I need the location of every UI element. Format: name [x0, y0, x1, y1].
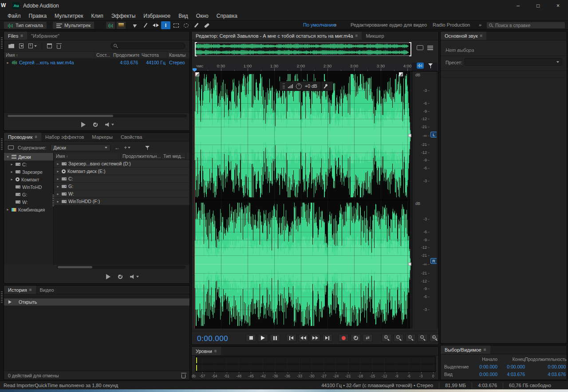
expand-arrow-icon[interactable]: ▸ [6, 61, 10, 65]
workspace-radio-production[interactable]: Radio Production [433, 22, 470, 27]
panel-menu-icon[interactable]: ≡ [35, 134, 37, 139]
tree-item-6[interactable]: G: [4, 191, 53, 198]
files-column-header[interactable]: Имя ↑ [4, 52, 95, 58]
time-selection-tool[interactable]: I [161, 21, 170, 29]
expand-arrow-icon[interactable]: ▸ [56, 169, 60, 173]
marquee-selection-tool[interactable] [171, 21, 181, 29]
volume-knob-icon[interactable] [296, 83, 302, 89]
tree-arrow-icon[interactable]: ▸ [6, 208, 10, 212]
trash-icon[interactable] [181, 374, 185, 378]
expand-arrow-icon[interactable]: ▸ [56, 192, 60, 196]
expand-arrow-icon[interactable]: ▸ [56, 184, 60, 188]
play-button[interactable] [258, 334, 268, 342]
tab-editor[interactable]: Редактор: Сергей Завьялов - А мне с тобо… [192, 31, 362, 40]
import-file-icon[interactable] [19, 43, 24, 48]
browser-column-header[interactable]: Тип мед... [162, 153, 186, 160]
stop-button[interactable] [246, 334, 256, 342]
tree-arrow-icon[interactable]: ▸ [10, 177, 14, 181]
tree-item-8[interactable]: ▸Комбинация [4, 206, 53, 213]
browser-tab-3[interactable]: Маркеры [88, 133, 117, 141]
auto-play-button[interactable] [130, 274, 139, 279]
browser-list-item-5[interactable]: ▸W: [54, 190, 189, 198]
tab-essential-sound[interactable]: Основной звук ≡ [441, 31, 486, 40]
tab-levels[interactable]: Уровни ≡ [192, 347, 221, 355]
save-icon[interactable] [47, 43, 52, 48]
workspace-audio-for-video[interactable]: Редактирование аудио для видео [351, 22, 427, 27]
tab-favorites[interactable]: "Избранное" [27, 31, 63, 40]
left-channel-badge[interactable]: L [430, 132, 437, 137]
history-tab-1[interactable]: История≡ [4, 286, 36, 294]
zoom-in-time-button[interactable]: + [382, 334, 392, 342]
zoom-in-amplitude-button[interactable]: + [406, 334, 416, 342]
back-button[interactable]: ← [114, 145, 120, 151]
panel-options-icon[interactable] [427, 45, 433, 50]
tab-files[interactable]: Files ≡ [4, 31, 27, 40]
selection-value[interactable]: 0:00.000 [470, 364, 497, 369]
razor-tool[interactable] [141, 21, 150, 29]
menu-item-4[interactable]: Клип [87, 13, 107, 19]
close-button[interactable]: × [548, 0, 568, 12]
tree-arrow-icon[interactable]: ▸ [10, 170, 14, 174]
scrollbar-thumb[interactable] [58, 266, 92, 268]
waveform-display[interactable] [194, 71, 412, 329]
browser-tab-1[interactable]: Проводник≡ [4, 133, 41, 141]
scrollbar-thumb[interactable] [8, 115, 113, 117]
panel-menu-icon[interactable]: ≡ [20, 33, 23, 38]
browser-list-item-4[interactable]: ▸G: [54, 183, 189, 190]
browser-list-item-1[interactable]: ▸Зарезер...вано системой (D:) [54, 160, 189, 168]
loop-preview-icon[interactable] [93, 122, 98, 127]
zoom-out-time-button[interactable]: − [394, 334, 404, 342]
content-dropdown[interactable]: Диски [50, 144, 110, 151]
maximize-button[interactable]: □ [528, 0, 548, 12]
files-search-box[interactable] [110, 43, 185, 49]
panel-menu-icon[interactable]: ≡ [480, 33, 482, 38]
skip-to-end-button[interactable] [322, 334, 332, 342]
volume-hud[interactable]: +0 dB [279, 81, 333, 91]
gain-handle-left-channel[interactable] [408, 134, 411, 137]
expand-arrow-icon[interactable]: ▸ [56, 162, 60, 166]
show-spectral-toggle[interactable] [116, 21, 126, 29]
editor-vertical-scrollbar[interactable] [437, 71, 438, 329]
waveform-view-button[interactable]: Тип сигнала [4, 21, 47, 29]
zoom-out-amplitude-button[interactable]: − [418, 334, 428, 342]
loop-preview-icon[interactable] [118, 274, 122, 279]
tree-arrow-icon[interactable]: ▾ [6, 155, 10, 159]
expand-arrow-icon[interactable]: ▸ [56, 177, 60, 181]
media-device-icon[interactable] [8, 145, 14, 149]
trash-icon[interactable] [57, 45, 61, 49]
help-search-input[interactable] [495, 23, 560, 28]
browser-column-header[interactable]: Продолжительн... [121, 153, 162, 160]
overview-range-handle-left[interactable] [195, 42, 197, 56]
time-display[interactable]: 0:00.000 [197, 334, 228, 343]
loop-playback-button[interactable] [351, 334, 361, 342]
preset-dropdown[interactable] [465, 58, 562, 66]
browser-list-item-3[interactable]: ▸C: [54, 175, 189, 183]
files-column-header[interactable]: Би [188, 52, 189, 58]
tree-item-1[interactable]: ▾Диски [4, 153, 53, 161]
fade-in-handle[interactable] [195, 72, 199, 76]
multitrack-view-button[interactable]: Мультитрек [52, 21, 95, 29]
rewind-button[interactable] [298, 334, 308, 342]
files-column-header[interactable]: Частота [140, 52, 167, 58]
browser-tab-2[interactable]: Набор эффектов [41, 133, 88, 141]
preview-play-icon[interactable] [81, 122, 86, 127]
selection-value[interactable]: 0:00.000 [470, 372, 497, 377]
panel-grip[interactable] [1, 138, 3, 150]
fade-out-handle[interactable] [399, 72, 403, 76]
hud-pin-button[interactable] [321, 81, 330, 91]
tree-item-4[interactable]: ▸Компакт [4, 176, 53, 183]
menu-item-1[interactable]: Файл [4, 13, 25, 19]
browser-tab-4[interactable]: Свойства [117, 133, 146, 141]
selection-value[interactable]: 0:00.000 [525, 364, 566, 369]
waveform-overview[interactable] [195, 43, 411, 56]
record-button[interactable] [339, 334, 349, 342]
tree-splitter-grip[interactable] [52, 195, 54, 206]
browser-list-item-2[interactable]: ▸Компакт-диск (E:) [54, 168, 189, 175]
hud-gain-value[interactable]: +0 dB [305, 83, 317, 89]
waveform-channel-toggle-icon[interactable] [417, 63, 424, 69]
panel-menu-icon[interactable]: ≡ [29, 287, 32, 292]
skip-to-start-button[interactable] [286, 334, 296, 342]
history-tab-2[interactable]: Видео [36, 286, 58, 294]
auto-play-button[interactable] [105, 122, 114, 127]
files-horizontal-scrollbar[interactable] [7, 114, 187, 118]
